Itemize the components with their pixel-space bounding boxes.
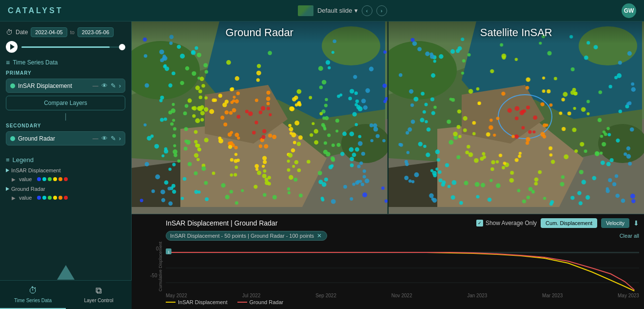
x-label-5: Mar 2023 — [542, 293, 563, 298]
primary-layer-row: InSAR Displacement — 👁 ✎ › — [6, 79, 125, 93]
divider: | — [6, 112, 125, 121]
left-map-dots-canvas — [132, 21, 388, 214]
legend-insar-label: InSAR Displacement — [178, 299, 228, 305]
left-map-panel[interactable]: Ground Radar — [132, 21, 388, 214]
insar-dot — [10, 83, 15, 88]
triangle-logo — [57, 265, 75, 280]
chart-svg: 1 — [166, 244, 639, 292]
show-avg-label-text: Show Average Only — [486, 220, 537, 227]
to-label: to — [70, 29, 75, 35]
tab-layer-control[interactable]: ⧉ Layer Control — [66, 281, 132, 309]
legend-dot-red — [64, 177, 68, 181]
edit-icon-2[interactable]: ✎ — [111, 135, 116, 142]
right-map-dots-canvas — [389, 21, 644, 214]
legend-insar-line: InSAR Displacement — [166, 299, 228, 305]
date-from-pill[interactable]: 2022-04-05 — [31, 27, 67, 37]
date-label: Date — [16, 29, 28, 36]
right-map-canvas[interactable] — [389, 21, 644, 214]
prev-slide-button[interactable]: ‹ — [362, 5, 372, 16]
compare-layers-button[interactable]: Compare Layers — [6, 96, 125, 110]
tab-time-series[interactable]: ⏱ Time Series Data — [0, 281, 66, 309]
legend-radar-dot-yellow — [53, 196, 57, 200]
legend-dot-yellow — [53, 177, 57, 181]
legend-radar-title: Ground Radar — [6, 186, 125, 192]
slide-thumb-image — [298, 5, 313, 16]
chart-controls: ✓ Show Average Only Cum. Displacement Ve… — [476, 218, 639, 228]
show-avg-checkbox[interactable]: ✓ — [476, 220, 483, 227]
layer-control-tab-icon: ⧉ — [96, 286, 102, 296]
legend-radar-line: Ground Radar — [237, 299, 284, 305]
chevron-right-icon-2[interactable]: › — [119, 135, 121, 142]
right-map-panel[interactable]: Satellite InSAR — [388, 21, 644, 214]
secondary-layer-row: Ground Radar — 👁 ✎ › — [6, 131, 125, 145]
radar-line-sample — [237, 302, 247, 303]
legend-radar-value-row: ▶ value — [12, 194, 125, 202]
filter-pill: InSAR Displacement - 50 points | Ground … — [166, 231, 327, 241]
chevron-right-icon[interactable]: › — [119, 82, 121, 89]
tab-time-series-label: Time Series Data — [14, 298, 52, 303]
primary-layer-name: InSAR Displacement — [18, 82, 90, 89]
slider-fill — [21, 46, 110, 48]
date-to-pill[interactable]: 2023-05-06 — [78, 27, 114, 37]
time-series-section: ≡ Time Series Data PRIMARY InSAR Displac… — [6, 59, 125, 148]
insar-line-sample — [166, 302, 176, 303]
legend-dot-blue — [37, 177, 41, 181]
legend-radar-label: Ground Radar — [250, 299, 284, 305]
filter-pill-label: InSAR Displacement - 50 points | Ground … — [170, 233, 314, 239]
y-label-2: -50 — [150, 270, 157, 279]
legend-title: ≡ Legend — [6, 156, 125, 164]
legend-radar-sub: value — [19, 195, 32, 201]
sidebar: ⏱ Date 2022-04-05 to 2023-05-06 ≡ Time S… — [0, 21, 132, 309]
right-map-title: Satellite InSAR — [389, 21, 644, 44]
show-average-toggle[interactable]: ✓ Show Average Only — [476, 220, 537, 227]
legend-insar-sub: value — [19, 176, 32, 182]
timeline-slider[interactable] — [21, 46, 125, 48]
expand-icon-2[interactable] — [6, 187, 9, 191]
primary-layer-controls: — 👁 ✎ › — [93, 82, 121, 89]
date-section: ⏱ Date 2022-04-05 to 2023-05-06 — [6, 27, 125, 53]
edit-icon[interactable]: ✎ — [111, 82, 116, 89]
x-label-2: Sep 2022 — [315, 293, 336, 298]
next-slide-button[interactable]: › — [376, 5, 387, 16]
x-label-1: Jul 2022 — [242, 293, 261, 298]
left-map-title: Ground Radar — [132, 21, 388, 44]
slide-label[interactable]: Default slide ▾ — [317, 7, 358, 14]
play-button[interactable] — [6, 41, 18, 53]
play-icon — [10, 44, 15, 50]
download-button[interactable]: ⬇ — [633, 219, 639, 227]
slide-thumbnail — [298, 5, 313, 16]
logo: CATALYST — [8, 6, 63, 15]
time-series-tab-icon: ⏱ — [29, 286, 38, 296]
primary-label: PRIMARY — [6, 70, 125, 76]
radar-line — [166, 252, 634, 290]
legend-radar-dot-cyan — [42, 196, 46, 200]
eye-icon[interactable]: 👁 — [101, 82, 108, 89]
header: CATALYST Default slide ▾ ‹ › GW — [0, 0, 644, 21]
left-map-canvas[interactable] — [132, 21, 388, 214]
legend-dot-cyan — [42, 177, 46, 181]
clear-all-button[interactable]: Clear all — [620, 233, 639, 239]
chart-legend: InSAR Displacement Ground Radar — [166, 299, 639, 305]
cum-displacement-button[interactable]: Cum. Displacement — [541, 218, 597, 228]
expand-icon[interactable] — [6, 168, 9, 172]
time-series-title: ≡ Time Series Data — [6, 59, 125, 66]
secondary-layer-controls: — 👁 ✎ › — [93, 135, 121, 142]
dash-icon-2: — — [93, 135, 98, 142]
expand-sub-icon-2[interactable]: ▶ — [12, 195, 16, 201]
filter-remove-button[interactable]: ✕ — [317, 232, 322, 239]
tri-icon — [57, 265, 75, 280]
velocity-button[interactable]: Velocity — [601, 218, 629, 228]
slider-thumb — [119, 44, 125, 50]
secondary-layer-name: Ground Radar — [18, 135, 90, 142]
legend-insar-value-row: ▶ value — [12, 175, 125, 183]
eye-icon-2[interactable]: 👁 — [101, 135, 108, 142]
chevron-down-icon: ▾ — [354, 7, 358, 14]
svg-text:1: 1 — [168, 250, 170, 254]
timeline-slider-row — [6, 41, 125, 53]
maps-container: Ground Radar — [132, 21, 644, 214]
expand-sub-icon[interactable]: ▶ — [12, 177, 16, 182]
x-label-4: Jan 2023 — [467, 293, 487, 298]
chart-header: InSAR Displacement | Ground Radar ✓ Show… — [166, 218, 639, 228]
user-avatar[interactable]: GW — [622, 3, 636, 18]
legend-dot-orange — [59, 177, 62, 181]
